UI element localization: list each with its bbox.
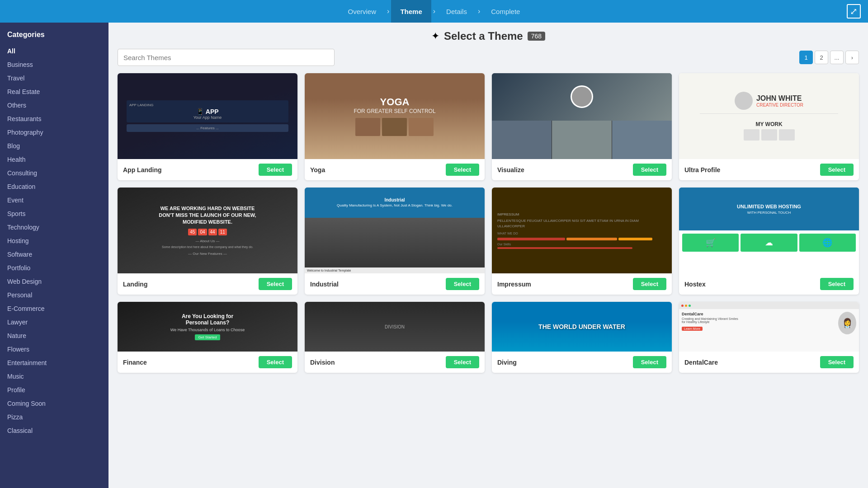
page-btn-2[interactable]: 2 xyxy=(815,51,828,64)
sidebar-item-ecommerce[interactable]: E-Commerce xyxy=(0,302,108,315)
sidebar-item-others[interactable]: Others xyxy=(0,99,108,112)
sidebar-item-classical[interactable]: Classical xyxy=(0,424,108,437)
select-btn-landing[interactable]: Select xyxy=(259,278,292,290)
impressum-bars xyxy=(497,238,666,240)
sidebar-item-technology[interactable]: Technology xyxy=(0,221,108,234)
impressum-inner: IMPRESSUM PELLENTESQUE FEUGIAT ULLAMCORP… xyxy=(492,188,672,273)
sidebar-title: Categories xyxy=(0,27,108,44)
theme-name-visualize: Visualize xyxy=(497,166,524,174)
select-btn-impressum[interactable]: Select xyxy=(633,278,666,290)
sidebar-item-sports[interactable]: Sports xyxy=(0,207,108,221)
step-details[interactable]: Details xyxy=(437,0,476,23)
select-btn-app-landing[interactable]: Select xyxy=(259,164,292,176)
theme-preview-landing: WE ARE WORKING HARD ON WEBSITEDON'T MISS… xyxy=(118,188,297,273)
theme-name-finance: Finance xyxy=(123,359,147,366)
yoga-preview-text: YOGA FOR GREATER SELF CONTROL xyxy=(354,96,435,136)
hostex-green-row: 🛒 ☁ 🌐 xyxy=(680,232,858,253)
theme-card-division: DIVISION Division Select xyxy=(305,302,485,373)
select-btn-division[interactable]: Select xyxy=(446,356,479,368)
sidebar-item-profile[interactable]: Profile xyxy=(0,383,108,397)
countdown: 45 04 44 11 xyxy=(188,229,227,235)
theme-name-landing: Landing xyxy=(123,281,147,288)
sidebar-item-travel[interactable]: Travel xyxy=(0,71,108,85)
theme-footer-yoga: Yoga Select xyxy=(305,159,485,180)
sidebar-item-flowers[interactable]: Flowers xyxy=(0,343,108,356)
page-header: ✦ Select a Theme 768 xyxy=(118,30,859,42)
theme-name-division: Division xyxy=(310,359,335,366)
page-btn-next[interactable]: › xyxy=(845,51,859,64)
sidebar-item-all[interactable]: All xyxy=(0,44,108,58)
wizard-steps: Overview › Theme › Details › Complete xyxy=(339,0,529,23)
theme-name-diving: Diving xyxy=(497,359,517,366)
theme-preview-industrial: IndustrialQuality Manufacturing Is A Sys… xyxy=(305,188,485,273)
sidebar-item-lawyer[interactable]: Lawyer xyxy=(0,315,108,329)
theme-preview-app-landing: APP LANDING 📱 APP Your App Name ... Feat… xyxy=(118,73,297,159)
theme-card-dental: DentalCare Creating and Maintaining Vibr… xyxy=(679,302,859,373)
sidebar-item-software[interactable]: Software xyxy=(0,248,108,261)
sidebar-item-real-estate[interactable]: Real Estate xyxy=(0,85,108,99)
sidebar-item-restaurants[interactable]: Restaurants xyxy=(0,112,108,126)
content-area: ✦ Select a Theme 768 1 2 ... › xyxy=(108,23,868,488)
sidebar-item-education[interactable]: Education xyxy=(0,180,108,193)
theme-card-yoga: YOGA FOR GREATER SELF CONTROL Yoga Selec… xyxy=(305,73,485,180)
theme-card-landing: WE ARE WORKING HARD ON WEBSITEDON'T MISS… xyxy=(118,188,297,295)
finance-inner: Are You Looking forPersonal Loans? We Ha… xyxy=(118,302,297,352)
sidebar-item-photography[interactable]: Photography xyxy=(0,126,108,139)
theme-footer-hostex: Hostex Select xyxy=(679,273,859,295)
search-input[interactable] xyxy=(118,49,335,66)
theme-preview-ultra-profile: JOHN WHITE CREATIVE DIRECTOR MY WORK xyxy=(679,73,859,159)
sidebar-item-pizza[interactable]: Pizza xyxy=(0,410,108,424)
select-btn-diving[interactable]: Select xyxy=(633,356,666,368)
sidebar-item-consulting[interactable]: Consulting xyxy=(0,166,108,180)
theme-card-impressum: IMPRESSUM PELLENTESQUE FEUGIAT ULLAMCORP… xyxy=(492,188,672,295)
select-btn-hostex[interactable]: Select xyxy=(820,278,854,290)
step-overview[interactable]: Overview xyxy=(339,0,386,23)
sidebar-item-portfolio[interactable]: Portfolio xyxy=(0,261,108,275)
theme-preview-finance: Are You Looking forPersonal Loans? We Ha… xyxy=(118,302,297,352)
sidebar-item-blog[interactable]: Blog xyxy=(0,139,108,153)
theme-name-industrial: Industrial xyxy=(310,281,339,288)
sidebar-item-hosting[interactable]: Hosting xyxy=(0,234,108,248)
sidebar-item-web-design[interactable]: Web Design xyxy=(0,275,108,288)
theme-preview-diving: THE WORLD UNDER WATER xyxy=(492,302,672,352)
search-pagination-row: 1 2 ... › xyxy=(118,49,859,66)
expand-button[interactable]: ⤢ xyxy=(847,4,861,19)
sidebar-item-health[interactable]: Health xyxy=(0,153,108,166)
step-arrow-3: › xyxy=(478,7,480,15)
sidebar: Categories All Business Travel Real Esta… xyxy=(0,23,108,488)
theme-card-industrial: IndustrialQuality Manufacturing Is A Sys… xyxy=(305,188,485,295)
sidebar-item-event[interactable]: Event xyxy=(0,193,108,207)
theme-footer-finance: Finance Select xyxy=(118,352,297,373)
sidebar-item-entertainment[interactable]: Entertainment xyxy=(0,356,108,370)
theme-card-ultra-profile: JOHN WHITE CREATIVE DIRECTOR MY WORK xyxy=(679,73,859,180)
john-white-inner: JOHN WHITE CREATIVE DIRECTOR MY WORK xyxy=(679,73,859,159)
theme-preview-visualize xyxy=(492,73,672,159)
theme-footer-dental: DentalCare Select xyxy=(679,352,859,373)
pagination: 1 2 ... › xyxy=(799,51,859,64)
page-btn-1[interactable]: 1 xyxy=(799,51,813,64)
theme-footer-visualize: Visualize Select xyxy=(492,159,672,180)
theme-count-badge: 768 xyxy=(528,32,545,41)
theme-preview-division: DIVISION xyxy=(305,302,485,352)
theme-name-dental: DentalCare xyxy=(684,359,718,366)
sidebar-item-coming-soon[interactable]: Coming Soon xyxy=(0,397,108,410)
sidebar-item-nature[interactable]: Nature xyxy=(0,329,108,343)
theme-card-finance: Are You Looking forPersonal Loans? We Ha… xyxy=(118,302,297,373)
step-arrow-2: › xyxy=(433,7,435,15)
theme-grid: APP LANDING 📱 APP Your App Name ... Feat… xyxy=(118,73,859,373)
step-theme[interactable]: Theme xyxy=(391,0,431,23)
step-complete[interactable]: Complete xyxy=(482,0,529,23)
select-btn-finance[interactable]: Select xyxy=(259,356,292,368)
select-btn-yoga[interactable]: Select xyxy=(446,164,479,176)
theme-name-ultra-profile: Ultra Profile xyxy=(684,166,720,174)
select-btn-industrial[interactable]: Select xyxy=(446,278,479,290)
theme-card-app-landing: APP LANDING 📱 APP Your App Name ... Feat… xyxy=(118,73,297,180)
select-btn-visualize[interactable]: Select xyxy=(633,164,666,176)
select-btn-ultra-profile[interactable]: Select xyxy=(820,164,854,176)
sidebar-item-music[interactable]: Music xyxy=(0,370,108,383)
theme-name-impressum: Impressum xyxy=(497,281,531,288)
sidebar-item-personal[interactable]: Personal xyxy=(0,288,108,302)
select-btn-dental[interactable]: Select xyxy=(820,356,854,368)
theme-footer-landing: Landing Select xyxy=(118,273,297,295)
sidebar-item-business[interactable]: Business xyxy=(0,58,108,71)
